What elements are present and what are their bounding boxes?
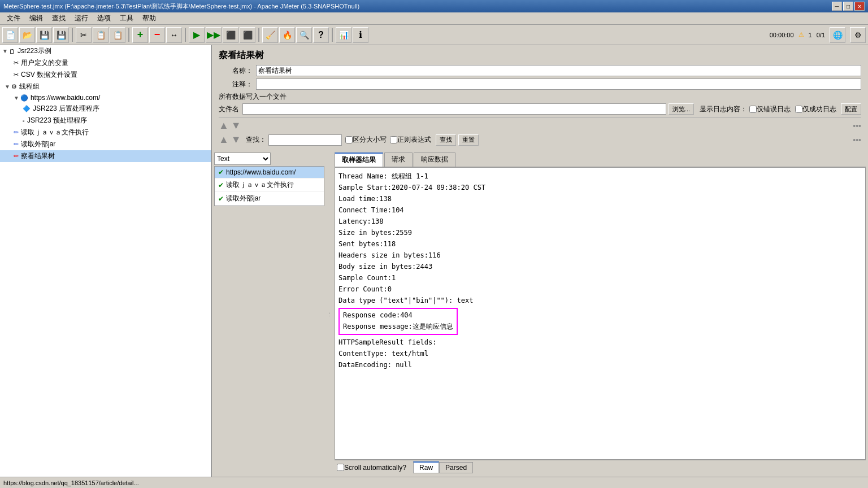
bottom-tab-raw[interactable]: Raw [413, 461, 439, 473]
success-only-checkbox[interactable] [795, 106, 802, 113]
splitter-dots-top: ••• [853, 121, 861, 130]
remote-btn[interactable]: 🌐 [830, 27, 845, 43]
search-input[interactable] [268, 134, 342, 146]
find-button[interactable]: 查找 [436, 134, 456, 146]
tree-panel: ▼ 🗒 Jsr223示例 ✂ 用户定义的变量 ✂ CSV 数据文件设置 ▼ ⚙ … [0, 45, 212, 477]
errors-only-checkbox[interactable] [749, 106, 757, 113]
add-button[interactable]: + [132, 27, 148, 43]
tab-sampler-results[interactable]: 取样器结果 [335, 152, 383, 167]
result-item-java[interactable]: ✔ 读取ｊａｖａ文件执行 [215, 178, 324, 192]
file-label: 文件名 [219, 104, 239, 114]
result-item-jar[interactable]: ✔ 读取外部jar [215, 192, 324, 206]
info-btn[interactable]: ℹ [353, 27, 368, 43]
scroll-checkbox[interactable] [337, 464, 344, 471]
comment-row: 注释： [219, 79, 861, 90]
detail-line-8: Body size in bytes:2443 [338, 262, 862, 272]
main-layout: ▼ 🗒 Jsr223示例 ✂ 用户定义的变量 ✂ CSV 数据文件设置 ▼ ⚙ … [0, 45, 868, 477]
case-sensitive-label: 区分大小写 [345, 135, 387, 145]
tab-response[interactable]: 响应数据 [414, 152, 455, 167]
open-button[interactable]: 📂 [19, 27, 35, 43]
toolbar-sep5 [332, 28, 333, 42]
tree-label-jsr223: Jsr223示例 [18, 46, 51, 56]
browse-button[interactable]: 浏览... [669, 103, 694, 115]
regex-checkbox[interactable] [390, 136, 397, 143]
comment-label: 注释： [219, 80, 253, 89]
tab-request[interactable]: 请求 [384, 152, 413, 167]
result-item-baidu[interactable]: ✔ https://www.baidu.com/ [215, 167, 324, 178]
tree-item-user-vars[interactable]: ✂ 用户定义的变量 [0, 57, 211, 69]
page-title: 察看结果树 [219, 50, 861, 62]
counter-display: 0/1 [817, 32, 825, 38]
reset-button[interactable]: 重置 [458, 134, 479, 146]
detail-extra-2: ContentType: text/html [338, 348, 862, 359]
down-arrow-icon: ▼ [231, 120, 241, 132]
warning-icon: ⚠ [798, 31, 804, 38]
regex-label: 正则表达式 [390, 135, 431, 145]
comment-input[interactable] [256, 79, 861, 90]
menu-help[interactable]: 帮助 [138, 12, 160, 24]
resize-handle[interactable]: ⋮ [327, 152, 332, 474]
expand-button[interactable]: ↔ [166, 27, 182, 43]
name-input[interactable] [256, 65, 861, 76]
file-section-label: 所有数据写入一个文件 [219, 92, 861, 102]
config-button[interactable]: 配置 [841, 103, 861, 115]
menu-options[interactable]: 选项 [93, 12, 115, 24]
tree-item-csv[interactable]: ✂ CSV 数据文件设置 [0, 69, 211, 81]
tree-item-ext-jar[interactable]: ✏ 读取外部jar [0, 138, 211, 150]
tree-item-jsr223-post[interactable]: 🔷 JSR223 后置处理程序 [0, 103, 211, 115]
tree-item-baidu[interactable]: ▼ 🔵 https://www.baidu.com/ [0, 93, 211, 103]
menu-run[interactable]: 运行 [70, 12, 93, 24]
thread-icon: ⚙ [11, 83, 17, 90]
results-body: Text HTML JSON XML ✔ https://www.baidu.c… [212, 150, 868, 477]
toolbar-sep4 [258, 28, 259, 42]
save-as-button[interactable]: 💾 [53, 27, 69, 43]
case-sensitive-checkbox[interactable] [345, 136, 353, 143]
run-all-button[interactable]: ▶▶ [206, 27, 222, 43]
paste-button[interactable]: 📋 [110, 27, 125, 43]
remove-button[interactable]: − [149, 27, 165, 43]
new-button[interactable]: 📄 [2, 27, 18, 43]
menu-file[interactable]: 文件 [2, 12, 25, 24]
results-header: 察看结果树 名称： 注释： 所有数据写入一个文件 文件名 浏览... 显示日志内… [212, 45, 868, 150]
scissors-icon-uv: ✂ [14, 59, 19, 67]
detail-extra-1: HTTPSampleResult fields: [338, 337, 862, 347]
stop-button[interactable]: ⬛ [223, 27, 238, 43]
tree-item-java-exec[interactable]: ✏ 读取ｊａｖａ文件执行 [0, 127, 211, 138]
cut-button[interactable]: ✂ [76, 27, 92, 43]
save-button[interactable]: 💾 [36, 27, 52, 43]
success-icon-java: ✔ [218, 181, 224, 189]
close-button[interactable]: ✕ [854, 2, 865, 11]
tree-item-view-results[interactable]: ✏ 察看结果树 [0, 150, 211, 162]
detail-line-3: Connect Time:104 [338, 205, 862, 215]
copy-button[interactable]: 📋 [93, 27, 108, 43]
menu-search[interactable]: 查找 [47, 12, 70, 24]
status-url: https://blog.csdn.net/qq_18351157/articl… [3, 480, 139, 486]
file-input[interactable] [242, 103, 666, 115]
clear-button[interactable]: 🧹 [262, 27, 278, 43]
settings-btn[interactable]: ⚙ [850, 27, 866, 43]
success-only-checkbox-label: 仅成功日志 [795, 104, 836, 114]
help-btn[interactable]: ? [313, 27, 329, 43]
warning-count: 1 [809, 32, 812, 38]
clear-all-button[interactable]: 🔥 [279, 27, 295, 43]
format-dropdown[interactable]: Text HTML JSON XML [214, 152, 271, 165]
tree-item-thread[interactable]: ▼ ⚙ 线程组 [0, 81, 211, 93]
tree-item-jsr223[interactable]: ▼ 🗒 Jsr223示例 [0, 45, 211, 57]
tree-item-jsr223-pre[interactable]: ▪ JSR223 预处理程序 [0, 115, 211, 127]
status-bar: https://blog.csdn.net/qq_18351157/articl… [0, 477, 868, 488]
search-btn[interactable]: 🔍 [296, 27, 312, 43]
detail-line-11: Data type ("text"|"bin"|""): text [338, 295, 862, 306]
run-button[interactable]: ▶ [189, 27, 205, 43]
tree-arrow-jsr223: ▼ [2, 48, 8, 54]
detail-content: Thread Name: 线程组 1-1 Sample Start:2020-0… [335, 167, 866, 460]
errors-only-checkbox-label: 仅错误日志 [749, 104, 791, 114]
maximize-button[interactable]: □ [843, 2, 853, 11]
menu-edit[interactable]: 编辑 [25, 12, 47, 24]
detail-highlight-0: Response code:404 [343, 310, 453, 320]
bottom-tab-parsed[interactable]: Parsed [439, 462, 473, 473]
stop-now-button[interactable]: ⬛ [240, 27, 255, 43]
table-btn[interactable]: 📊 [336, 27, 351, 43]
up-arrow-icon: ▲ [219, 120, 229, 132]
minimize-button[interactable]: ─ [832, 2, 842, 11]
menu-tools[interactable]: 工具 [115, 12, 138, 24]
